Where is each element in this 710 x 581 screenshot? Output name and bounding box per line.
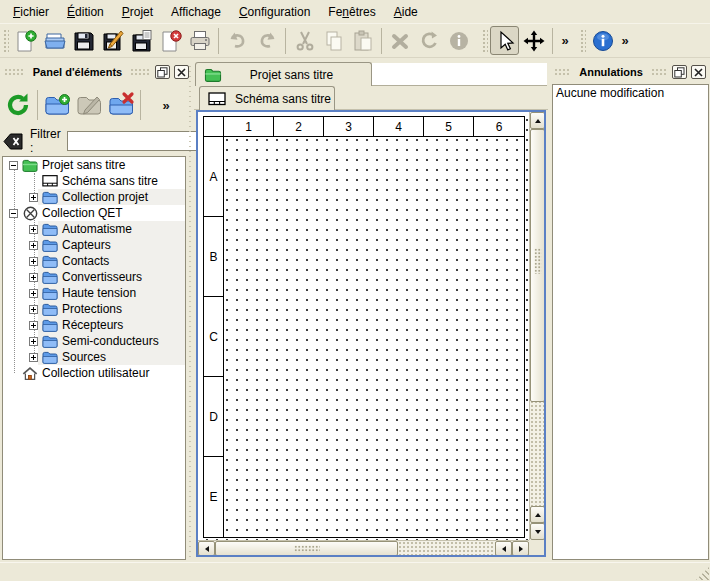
toolbar-drag-handle[interactable] <box>2 28 9 54</box>
expander-plus[interactable] <box>29 241 38 250</box>
tree-item-collection-projet[interactable]: Collection projet <box>3 189 185 205</box>
folder-icon <box>42 318 58 332</box>
tree-item-recepteurs[interactable]: Récepteurs <box>3 317 185 333</box>
new-document-button[interactable] <box>11 26 40 55</box>
about-info-button[interactable] <box>588 26 617 55</box>
tab-project[interactable]: Projet sans titre <box>195 62 372 86</box>
expander-minus[interactable] <box>9 161 18 170</box>
scroll-up-button[interactable] <box>530 112 544 129</box>
expander-plus[interactable] <box>29 321 38 330</box>
diagram-icon <box>207 92 227 106</box>
reload-collections-button[interactable] <box>2 89 34 121</box>
open-project-icon <box>43 29 67 53</box>
resize-grip[interactable] <box>696 567 709 580</box>
panel-overflow-button[interactable]: » <box>158 92 174 118</box>
toolbar-overflow-button[interactable]: » <box>617 28 633 54</box>
close-document-button[interactable] <box>156 26 185 55</box>
menu-fenetres[interactable]: Fenêtres <box>319 1 384 23</box>
tab-schema[interactable]: Schéma sans titre <box>199 86 335 110</box>
tree-item-capteurs[interactable]: Capteurs <box>3 237 185 253</box>
tree-item-collection-qet[interactable]: Collection QET <box>3 205 185 221</box>
pan-mode-button[interactable] <box>519 26 548 55</box>
menu-aide[interactable]: Aide <box>385 1 427 23</box>
dock-float-button[interactable] <box>672 65 687 79</box>
tree-item-semi-conducteurs[interactable]: Semi-conducteurs <box>3 333 185 349</box>
folder-icon <box>42 190 58 204</box>
tree-item-protections[interactable]: Protections <box>3 301 185 317</box>
scroll-left-button-right[interactable] <box>495 541 512 555</box>
dock-float-button[interactable] <box>155 65 170 79</box>
save-button[interactable] <box>69 26 98 55</box>
rotate-icon <box>418 29 442 53</box>
folder-icon <box>42 302 58 316</box>
project-folder-icon <box>22 158 38 172</box>
horizontal-scrollbar-thumb[interactable] <box>215 541 398 555</box>
tree-item-schema[interactable]: Schéma sans titre <box>3 173 185 189</box>
vertical-scrollbar-thumb[interactable] <box>530 129 544 402</box>
new-element-button[interactable] <box>41 89 73 121</box>
elements-panel-dock: Panel d'éléments » Filtrer : <box>0 62 193 560</box>
column-header: 6 <box>474 117 524 136</box>
delete-icon <box>389 29 413 53</box>
menu-affichage[interactable]: Affichage <box>162 1 230 23</box>
column-header: 3 <box>324 117 374 136</box>
expander-minus[interactable] <box>9 209 18 218</box>
expander-plus[interactable] <box>29 257 38 266</box>
schema-canvas[interactable]: 1 2 3 4 5 6 A B C D E <box>198 112 544 555</box>
column-header: 5 <box>424 117 474 136</box>
toolbar-overflow-button[interactable]: » <box>557 28 573 54</box>
undo-history-list[interactable]: Aucune modification <box>552 84 709 560</box>
scroll-right-button[interactable] <box>512 541 529 555</box>
elements-tree[interactable]: Projet sans titre Schéma sans titre Coll… <box>2 156 186 560</box>
tree-item-convertisseurs[interactable]: Convertisseurs <box>3 269 185 285</box>
cut-icon <box>293 29 317 53</box>
save-as-button[interactable] <box>98 26 127 55</box>
expander-plus[interactable] <box>29 353 38 362</box>
expander-plus[interactable] <box>29 305 38 314</box>
undo-panel-title: Annulations <box>575 66 647 78</box>
menu-configuration[interactable]: Configuration <box>230 1 319 23</box>
row-header: D <box>204 377 224 457</box>
open-project-button[interactable] <box>40 26 69 55</box>
expander-plus[interactable] <box>29 337 38 346</box>
expander-plus[interactable] <box>29 225 38 234</box>
folder-icon <box>42 286 58 300</box>
print-button[interactable] <box>185 26 214 55</box>
expander-plus[interactable] <box>29 273 38 282</box>
delete-button <box>386 26 415 55</box>
menu-fichier[interactable]: Fichier <box>4 1 58 23</box>
scroll-left-button[interactable] <box>198 541 215 555</box>
menu-projet[interactable]: Projet <box>113 1 162 23</box>
tree-item-contacts[interactable]: Contacts <box>3 253 185 269</box>
folder-icon <box>42 334 58 348</box>
toolbar-drag-handle[interactable] <box>579 28 586 54</box>
tree-item-automatisme[interactable]: Automatisme <box>3 221 185 237</box>
tree-item-project[interactable]: Projet sans titre <box>3 157 185 173</box>
save-all-button[interactable] <box>127 26 156 55</box>
elements-panel-titlebar[interactable]: Panel d'éléments <box>2 63 191 81</box>
tree-item-sources[interactable]: Sources <box>3 349 185 365</box>
dock-close-button[interactable] <box>691 65 706 79</box>
delete-element-button[interactable] <box>105 89 137 121</box>
folder-icon <box>42 254 58 268</box>
undo-panel-titlebar[interactable]: Annulations <box>552 63 708 81</box>
new-document-icon <box>14 29 38 53</box>
undo-history-item[interactable]: Aucune modification <box>553 85 708 102</box>
expander-plus[interactable] <box>29 193 38 202</box>
select-mode-button[interactable] <box>490 26 519 55</box>
toolbar-drag-handle[interactable] <box>481 28 488 54</box>
qelectrotech-window: { "menubar": { "items": [ { "pre": "", "… <box>0 0 710 581</box>
element-info-button <box>444 26 473 55</box>
menu-edition[interactable]: Édition <box>58 1 113 23</box>
toolbar-separator <box>140 90 141 120</box>
tree-item-collection-utilisateur[interactable]: Collection utilisateur <box>3 365 185 381</box>
scroll-up-button-bottom[interactable] <box>530 506 544 523</box>
scroll-down-button[interactable] <box>530 523 544 540</box>
column-header: 4 <box>374 117 424 136</box>
expander-plus[interactable] <box>29 289 38 298</box>
panel-splitter[interactable] <box>187 62 193 560</box>
dock-title-texture <box>554 68 571 77</box>
tree-item-haute-tension[interactable]: Haute tension <box>3 285 185 301</box>
row-ruler: A B C D E <box>204 137 224 537</box>
clear-filter-button[interactable] <box>2 131 24 152</box>
